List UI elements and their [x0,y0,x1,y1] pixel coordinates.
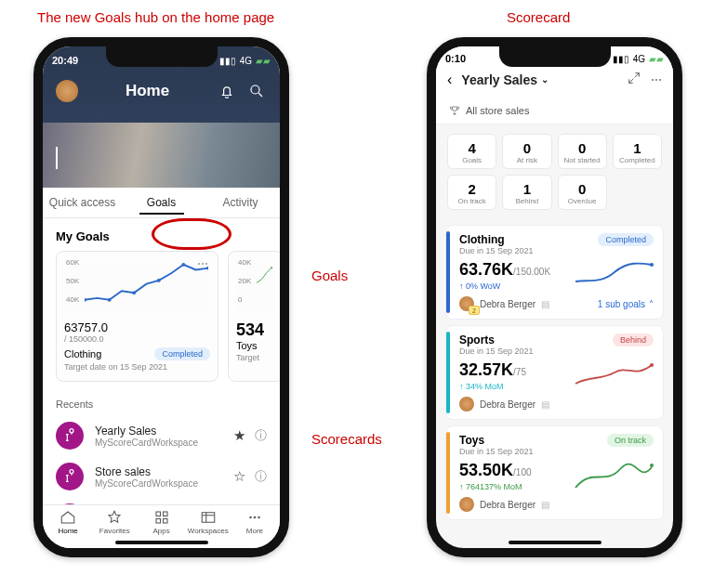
nav-apps[interactable]: Apps [138,509,184,535]
owner-name: Debra Berger [480,299,536,309]
goal-card-clothing[interactable]: 60K 50K 40K ⋯ 63757.0 / 150000.0 Clothin… [56,251,218,382]
filter-bar[interactable]: All store sales [436,98,673,124]
star-icon[interactable]: ★ [233,427,245,444]
goal-due: Due in 15 Sep 2021 [459,447,534,456]
stats-grid: 4Goals 0At risk 0Not started 1Completed … [436,124,673,219]
status-badge: On track [607,434,654,447]
expand-icon[interactable] [627,71,641,88]
my-goals-header: My Goals [43,218,280,247]
signal-icon: ▮▮▯ [613,54,629,64]
info-icon[interactable]: ⓘ [255,427,267,444]
goal-value: 63757.0 [64,320,210,334]
stat-goals[interactable]: 4Goals [447,134,496,169]
status-indicators: ▮▮▯ 4G ▰▰ [613,54,664,64]
scorecard-goal-card[interactable]: Toys Due in 15 Sep 2021 On track 53.50K/… [445,425,664,520]
sparkline [574,259,654,291]
stat-ontrack[interactable]: 2On track [447,175,496,210]
goal-value: 53.50K/100 [459,461,532,480]
goal-target-date: Target date on 15 Sep 2021 [64,362,210,372]
goal-delta: ↑ 0% WoW [459,281,550,291]
more-icon[interactable]: ⋯ [651,73,662,86]
star-icon[interactable]: ☆ [233,468,245,485]
goal-target-date: Target [236,353,275,362]
user-avatar[interactable] [56,80,78,102]
phone-scorecard: 0:10 ▮▮▯ 4G ▰▰ ‹ Yearly Sales ⌄ ⋯ All st… [427,37,682,557]
owner-avatar: 2 [459,296,474,311]
list-item[interactable]: Yearly Sales MyScoreCardWorkspace ★ ⓘ [43,415,280,456]
tab-goals[interactable]: Goals [122,188,201,217]
owner-avatar [459,497,474,512]
battery-icon: ▰▰ [256,56,271,66]
y-tick: 40K [66,296,79,315]
goal-chart: 40K 20K 0 [236,259,275,315]
svg-point-2 [108,298,112,302]
svg-point-14 [254,516,256,518]
svg-point-13 [250,516,252,518]
status-color-bar [446,231,450,313]
hero-banner [43,123,280,188]
list-item[interactable]: Store sales MyScoreCardWorkspace ☆ ⓘ [43,456,280,497]
more-icon[interactable]: ⋯ [197,257,208,270]
search-icon[interactable] [246,81,267,101]
stat-overdue[interactable]: 0Overdue [558,175,607,210]
stat-notstarted[interactable]: 0Not started [558,134,607,169]
nav-favorites[interactable]: Favorites [91,509,138,535]
status-color-bar [446,332,450,413]
y-tick: 20K [238,278,251,296]
svg-rect-11 [163,519,167,524]
stat-behind[interactable]: 1Behind [502,175,551,210]
goal-value-partial: 534 [236,320,275,340]
svg-point-17 [650,363,654,367]
owner-avatar [459,397,474,412]
stat-completed[interactable]: 1Completed [613,134,662,169]
goal-due: Due in 15 Sep 2021 [459,346,534,356]
goal-card-toys[interactable]: 40K 20K 0 534 Toys Target [228,251,280,382]
recents-header: Recents [43,385,280,415]
note-icon[interactable]: ▤ [541,299,549,309]
goal-name: Clothing [459,233,534,246]
svg-rect-10 [156,519,161,524]
battery-icon: ▰▰ [649,54,664,64]
y-tick: 40K [238,259,251,278]
network-label: 4G [633,54,645,64]
callout-goals: Goals [311,268,348,283]
stat-atrisk[interactable]: 0At risk [502,134,551,169]
scorecard-goal-card[interactable]: Sports Due in 15 Sep 2021 Behind 32.57K/… [445,325,664,420]
info-icon[interactable]: ⓘ [255,468,267,485]
goal-cards[interactable]: 60K 50K 40K ⋯ 63757.0 / 150000.0 Clothin… [43,247,280,385]
device-notch [106,46,218,67]
recent-subtitle: MyScoreCardWorkspace [95,438,222,448]
status-color-bar [446,432,450,514]
nav-home[interactable]: Home [45,509,91,535]
svg-rect-9 [163,512,167,516]
scorecard-title[interactable]: Yearly Sales ⌄ [461,72,549,87]
caption-title-2: Scorecard [507,9,570,25]
scorecard-icon [56,463,84,490]
notifications-icon[interactable] [217,81,237,101]
svg-point-16 [650,263,654,267]
nav-more[interactable]: More [231,509,278,535]
recent-subtitle: MyScoreCardWorkspace [95,478,222,489]
phone-goals-hub: 20:49 ▮▮▯ 4G ▰▰ Home Quick access Goals … [33,37,289,557]
goal-delta: ↑ 34% MoM [459,382,526,391]
svg-point-0 [251,85,259,94]
tab-activity[interactable]: Activity [201,188,280,217]
note-icon[interactable]: ▤ [541,500,549,510]
chevron-up-icon: ˄ [649,299,654,309]
status-time: 20:49 [52,55,89,66]
back-icon[interactable]: ‹ [447,72,452,88]
note-icon[interactable]: ▤ [541,399,549,410]
subgoals-link[interactable]: 1 sub goals ˄ [598,299,654,309]
status-badge: Behind [613,333,654,346]
tab-bar: Quick access Goals Activity [43,188,280,218]
owner-name: Debra Berger [480,399,536,410]
svg-point-4 [157,279,161,282]
tab-quick-access[interactable]: Quick access [43,188,122,217]
goal-name: Sports [459,333,534,346]
callout-scorecards: Scorecards [311,431,382,447]
status-time: 0:10 [445,53,483,64]
device-notch [499,46,611,67]
nav-workspaces[interactable]: Workspaces [185,509,231,535]
scorecard-goal-card[interactable]: Clothing Due in 15 Sep 2021 Completed 63… [445,225,664,320]
goal-value: 63.76K/150.00K [459,260,550,280]
